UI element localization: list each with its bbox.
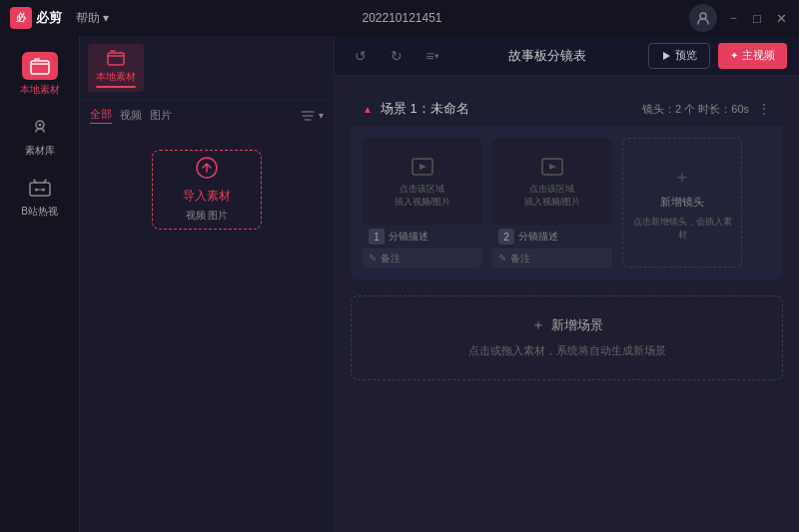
add-shot-sub: 点击新增镜头，会插入素材: [623, 216, 741, 242]
add-shot-plus-icon: ＋: [673, 165, 691, 189]
sidebar-item-material[interactable]: 素材库: [0, 105, 79, 166]
media-content-area: 导入素材 视频 图片: [80, 130, 334, 532]
scene-1-header: ▲ 场景 1：未命名 镜头：2 个 时长：60s ⋮: [351, 92, 783, 126]
add-scene-sub: 点击或拖入素材，系统将自动生成新场景: [468, 342, 666, 359]
sidebar-label-material: 素材库: [25, 144, 55, 158]
export-button[interactable]: ✦ 主视频: [718, 43, 787, 69]
storyboard-area: ▲ 场景 1：未命名 镜头：2 个 时长：60s ⋮ 点击该区域插入视频/: [335, 76, 799, 532]
add-scene-label: 新增场景: [551, 316, 603, 334]
svg-point-3: [38, 124, 41, 127]
add-shot-label: 新增镜头: [660, 195, 704, 210]
title-bar-left: 必 必剪 帮助 ▾: [10, 6, 115, 31]
bilibili-icon: [22, 174, 58, 202]
undo-button[interactable]: ↺: [347, 42, 375, 70]
add-scene-title-row: ＋ 新增场景: [531, 316, 603, 334]
shot-1-score: 分镜描述: [389, 230, 428, 244]
scene-more-icon[interactable]: ⋮: [757, 101, 771, 117]
shot-2-number-row: 2 分镜描述: [492, 225, 612, 249]
scene-1-title: 场景 1：未命名: [381, 100, 634, 118]
content-toolbar: ↺ ↻ ≡ ▾ 故事板分镜表 预览 ✦ 主视频: [335, 36, 799, 76]
shot-2-notes-row: ✎: [492, 249, 612, 267]
sidebar-item-local[interactable]: 本地素材: [0, 44, 79, 105]
close-button[interactable]: ✕: [773, 10, 789, 26]
main-layout: 本地素材 素材库 B站热视: [0, 36, 799, 532]
app-name: 必剪: [36, 9, 62, 27]
shot-1-notes-row: ✎: [363, 249, 482, 267]
menu-help[interactable]: 帮助 ▾: [70, 6, 115, 31]
add-scene-plus-icon: ＋: [531, 316, 545, 334]
shot-2-media-text: 点击该区域插入视频/图片: [524, 183, 581, 208]
sort-btn[interactable]: ▾: [301, 110, 324, 122]
left-sidebar: 本地素材 素材库 B站热视: [0, 36, 80, 532]
svg-rect-7: [108, 53, 124, 65]
scene-1-meta: 镜头：2 个 时长：60s: [642, 102, 749, 117]
local-tab-icon: [104, 48, 128, 68]
shot-card-1: 点击该区域插入视频/图片 1 分镜描述 ✎: [363, 138, 482, 267]
maximize-button[interactable]: □: [749, 10, 765, 26]
active-tab-underline: [96, 86, 136, 88]
shot-2-notes-input[interactable]: [510, 253, 612, 264]
material-icon: [22, 113, 58, 141]
shot-2-media[interactable]: 点击该区域插入视频/图片: [492, 138, 612, 225]
local-icon: [22, 52, 58, 80]
add-scene-button[interactable]: ＋ 新增场景 点击或拖入素材，系统将自动生成新场景: [351, 295, 783, 380]
import-label: 导入素材: [183, 188, 231, 205]
shot-1-media[interactable]: 点击该区域插入视频/图片: [363, 138, 482, 225]
shot-2-score: 分镜描述: [518, 230, 558, 244]
notes-icon-1: ✎: [369, 253, 377, 264]
sidebar-label-bilibili: B站热视: [21, 205, 58, 219]
title-bar-controls: － □ ✕: [689, 4, 789, 32]
media-panel: 本地素材 全部 视频 图片 ▾: [80, 36, 335, 532]
toolbar-title: 故事板分镜表: [454, 47, 640, 65]
import-sublabel: 视频 图片: [186, 209, 229, 223]
minimize-button[interactable]: －: [725, 10, 741, 26]
window-title: 202210121451: [362, 11, 441, 25]
app-logo: 必 必剪: [10, 7, 62, 29]
main-content: ↺ ↻ ≡ ▾ 故事板分镜表 预览 ✦ 主视频: [335, 36, 799, 532]
svg-marker-9: [663, 52, 670, 60]
user-avatar[interactable]: [689, 4, 717, 32]
shot-card-2: 点击该区域插入视频/图片 2 分镜描述 ✎: [492, 138, 612, 267]
title-bar: 必 必剪 帮助 ▾ 202210121451 － □ ✕: [0, 0, 799, 36]
import-button[interactable]: 导入素材 视频 图片: [152, 150, 262, 230]
svg-rect-1: [31, 61, 49, 74]
import-icon: [196, 157, 218, 184]
media-panel-tabs: 本地素材: [80, 36, 334, 101]
filter-image[interactable]: 图片: [150, 108, 172, 123]
media-tab-local[interactable]: 本地素材: [88, 44, 144, 92]
shot-1-number: 1: [369, 229, 385, 245]
scene-block-1: ▲ 场景 1：未命名 镜头：2 个 时长：60s ⋮ 点击该区域插入视频/: [351, 92, 783, 279]
local-tab-label: 本地素材: [96, 70, 136, 84]
filter-video[interactable]: 视频: [120, 108, 142, 123]
scene-1-body: 点击该区域插入视频/图片 1 分镜描述 ✎: [351, 126, 783, 279]
svg-point-0: [700, 13, 706, 19]
shot-1-notes-input[interactable]: [381, 253, 482, 264]
preview-button[interactable]: 预览: [648, 43, 710, 69]
shot-1-number-row: 1 分镜描述: [363, 225, 482, 249]
filter-all[interactable]: 全部: [90, 107, 112, 124]
app-logo-icon: 必: [10, 7, 32, 29]
sidebar-item-bilibili[interactable]: B站热视: [0, 166, 79, 227]
notes-icon-2: ✎: [498, 253, 506, 264]
shot-2-number: 2: [498, 229, 514, 245]
media-filter-bar: 全部 视频 图片 ▾: [80, 101, 334, 130]
more-options-button[interactable]: ≡ ▾: [418, 42, 446, 70]
scene-expand-icon[interactable]: ▲: [363, 104, 373, 115]
add-shot-button[interactable]: ＋ 新增镜头 点击新增镜头，会插入素材: [622, 138, 742, 267]
sidebar-label-local: 本地素材: [20, 83, 60, 97]
redo-button[interactable]: ↻: [383, 42, 410, 70]
shot-1-media-text: 点击该区域插入视频/图片: [395, 183, 451, 208]
